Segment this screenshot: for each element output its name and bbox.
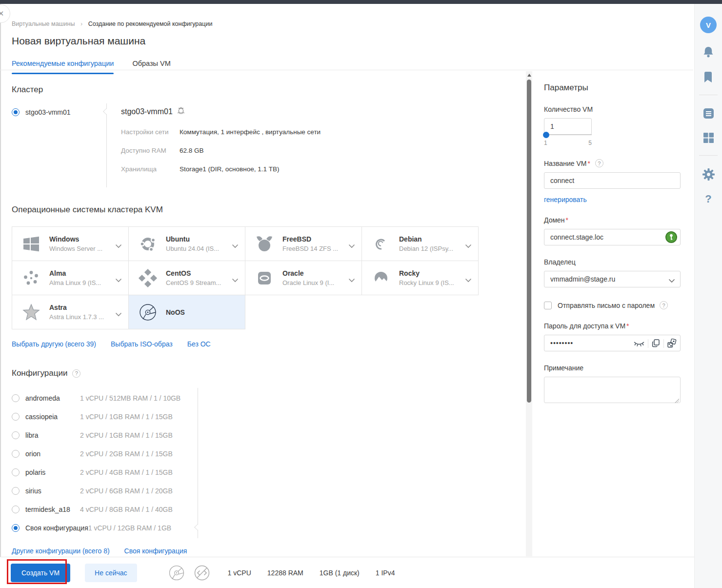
vm-name-input[interactable] <box>544 172 681 189</box>
documents-icon[interactable] <box>702 107 715 120</box>
os-cell-windows[interactable]: Windows Windows Server ... <box>12 227 129 261</box>
tab-recommended-configs[interactable]: Рекомендуемые конфигурации <box>12 60 114 74</box>
configs-links: Другие конфигурации (всего 8) Своя конфи… <box>12 547 515 555</box>
cluster-detail-row: Доступно RAM 62.8 GB <box>121 147 321 154</box>
chevron-down-icon[interactable] <box>232 242 239 250</box>
chevron-down-icon[interactable] <box>348 242 355 250</box>
owner-select[interactable] <box>544 271 681 287</box>
cluster-divider <box>106 103 107 187</box>
chevron-down-icon[interactable] <box>348 276 355 284</box>
config-row[interactable]: polaris 2 vCPU / 4GB RAM / 1 / 15GB <box>12 463 217 482</box>
os-cell-oracle[interactable]: Oracle Oracle Linux 9 (I... <box>245 261 362 295</box>
os-cell-alma[interactable]: Alma Alma Linux 9 (IS... <box>12 261 129 295</box>
link-choose-other-os[interactable]: Выбрать другую (всего 39) <box>12 340 96 348</box>
send-email-label: Отправлять письмо с паролем <box>558 302 655 309</box>
config-radio[interactable] <box>12 413 20 421</box>
bell-icon[interactable] <box>702 45 715 59</box>
config-row[interactable]: termidesk_a18 4 vCPU / 8GB RAM / 1 / 40G… <box>12 500 217 519</box>
chevron-down-icon[interactable] <box>115 310 122 319</box>
disc-icon <box>167 564 186 582</box>
os-name: Ubuntu <box>166 235 219 243</box>
send-email-help-icon[interactable]: ? <box>660 301 668 309</box>
scrollbar-up-arrow-icon[interactable] <box>527 74 531 77</box>
os-cell-ubuntu[interactable]: Ubuntu Ubuntu 24.04 (IS... <box>129 227 245 261</box>
tab-vm-images[interactable]: Образы VM <box>132 60 170 74</box>
os-cell-astra[interactable]: Astra Astra Linux 1.7.3 ... <box>12 295 129 329</box>
link-custom-config[interactable]: Своя конфигурация <box>124 547 187 555</box>
chevron-down-icon[interactable] <box>465 242 472 250</box>
cluster-section: stgo03-vmm01 stgo03-vmm01 Наст <box>12 106 515 188</box>
chevron-down-icon[interactable] <box>115 242 122 250</box>
vm-count-slider[interactable] <box>544 134 592 135</box>
note-textarea[interactable] <box>544 377 681 403</box>
os-cell-centos[interactable]: CentOS CentOS 9 Stream... <box>129 261 245 295</box>
config-radio[interactable] <box>12 506 20 513</box>
resize-grip-icon[interactable] <box>675 399 679 403</box>
link-no-os[interactable]: Без ОС <box>187 340 211 348</box>
user-avatar[interactable]: V <box>700 17 717 33</box>
config-name: termidesk_a18 <box>25 506 80 513</box>
os-name: NoOS <box>166 308 185 316</box>
cluster-detail-row: Хранилища Storage1 (DIR, основное, 1.1 T… <box>121 165 321 173</box>
send-email-row[interactable]: Отправлять письмо с паролем ? <box>544 301 681 309</box>
send-email-checkbox[interactable] <box>544 302 552 309</box>
oracle-icon <box>254 268 275 288</box>
config-radio[interactable] <box>12 524 20 532</box>
configs-heading: Конфигурации ? <box>12 368 515 378</box>
os-links: Выбрать другую (всего 39) Выбрать ISO-об… <box>12 340 515 348</box>
config-row[interactable]: sirius 2 vCPU / 6GB RAM / 1 / 20GB <box>12 482 217 500</box>
create-vm-button[interactable]: Создать VM <box>11 564 70 582</box>
config-radio[interactable] <box>12 394 20 402</box>
not-now-button[interactable]: Не сейчас <box>85 564 137 582</box>
page-title: Новая виртуальная машина <box>12 35 212 47</box>
scrollbar-thumb[interactable] <box>527 80 531 403</box>
config-radio[interactable] <box>12 487 20 495</box>
config-row-custom[interactable]: Своя конфигурация 1 vCPU / 12GB RAM / 1G… <box>12 519 217 537</box>
chevron-down-icon[interactable] <box>465 276 472 284</box>
owner-select-value[interactable] <box>544 271 681 287</box>
configs-help-icon[interactable]: ? <box>72 369 80 378</box>
bookmark-icon[interactable] <box>702 71 714 83</box>
vm-count-input[interactable] <box>544 118 592 135</box>
vm-name-help-icon[interactable]: ? <box>595 159 603 167</box>
os-cell-freebsd[interactable]: FreeBSD FreeBSD 14 ZFS ... <box>245 227 362 261</box>
chevron-down-icon[interactable] <box>115 276 122 284</box>
os-name: Alma <box>49 269 101 277</box>
os-grid: Windows Windows Server ... Ubuntu Ubuntu… <box>12 226 479 329</box>
summary-ram: 12288 RAM <box>267 569 303 577</box>
config-spec: 1 vCPU / 1GB RAM / 1 / 15GB <box>80 413 173 421</box>
link-choose-iso[interactable]: Выбрать ISO-образ <box>111 340 173 348</box>
config-name: libra <box>25 431 80 439</box>
os-cell-rocky[interactable]: Rocky Rocky Linux 9 (IS... <box>362 261 479 295</box>
sidebar-divider <box>699 155 718 156</box>
chevron-down-icon[interactable] <box>232 276 239 284</box>
config-row[interactable]: cassiopeia 1 vCPU / 1GB RAM / 1 / 15GB <box>12 407 217 426</box>
config-radio[interactable] <box>12 431 20 439</box>
config-row[interactable]: libra 2 vCPU / 1GB RAM / 1 / 15GB <box>12 426 217 445</box>
close-button[interactable]: ✕ <box>0 4 10 23</box>
vertical-scrollbar[interactable] <box>526 71 532 556</box>
apps-grid-icon[interactable] <box>702 132 715 144</box>
os-cell-noos[interactable]: NoOS <box>129 295 245 329</box>
settings-icon[interactable] <box>702 168 715 181</box>
config-radio[interactable] <box>12 450 20 458</box>
config-row[interactable]: andromeda 1 vCPU / 512MB RAM / 1 / 10GB <box>12 389 217 407</box>
generate-password-icon[interactable] <box>667 339 677 348</box>
vm-count-slider-handle[interactable] <box>543 132 549 138</box>
os-version: Rocky Linux 9 (IS... <box>399 279 454 286</box>
breadcrumb-item[interactable]: Виртуальные машины <box>12 20 75 27</box>
cluster-option[interactable]: stgo03-vmm01 <box>12 108 106 116</box>
os-cell-debian[interactable]: Debian Debian 12 (ISPsy... <box>362 227 479 261</box>
password-visibility-icon[interactable] <box>633 339 645 348</box>
help-icon[interactable]: ? <box>705 193 711 205</box>
detail-value: 62.8 GB <box>180 147 204 154</box>
config-spec: 4 vCPU / 8GB RAM / 1 / 40GB <box>80 506 173 513</box>
generate-name-link[interactable]: генерировать <box>544 196 587 203</box>
cluster-radio[interactable] <box>12 108 20 116</box>
link-other-configs[interactable]: Другие конфигурации (всего 8) <box>12 547 110 555</box>
copy-password-icon[interactable] <box>651 339 661 348</box>
domain-input[interactable] <box>544 229 681 245</box>
config-radio[interactable] <box>12 468 20 476</box>
config-row[interactable]: orion 2 vCPU / 2GB RAM / 1 / 15GB <box>12 445 217 463</box>
vm-count-min: 1 <box>544 140 547 146</box>
